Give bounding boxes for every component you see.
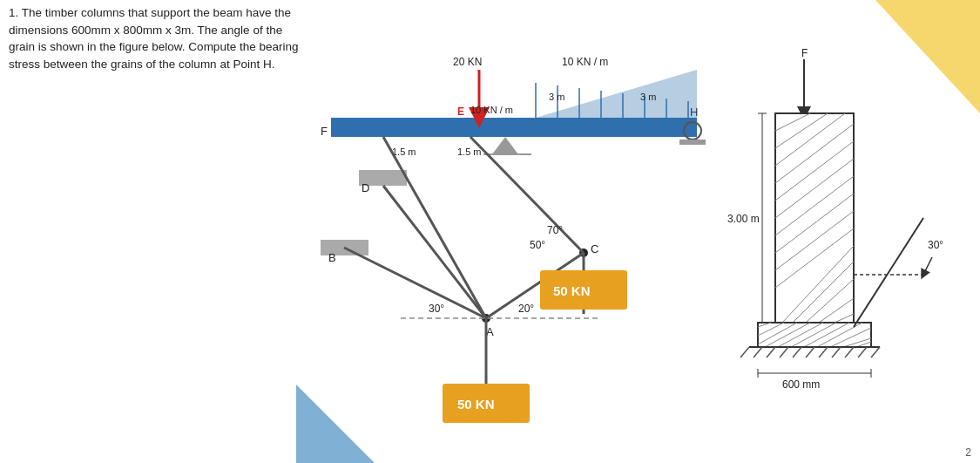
label-30-right: 30° (928, 239, 943, 251)
label-angle-50: 50° (530, 239, 545, 251)
angle-arrow (923, 257, 932, 275)
support-G (492, 137, 518, 154)
label-10knm-mid: 10 KN / m (470, 105, 513, 115)
label-600mm: 600 mm (782, 378, 820, 391)
ground-hatch-6 (806, 347, 814, 357)
ground-hatch-8 (832, 347, 841, 357)
label-angle-20: 20° (518, 303, 534, 315)
label-C: C (591, 242, 598, 255)
column-rect (775, 113, 854, 323)
beam-rect (331, 118, 697, 137)
label-15m-2: 1.5 m (457, 146, 482, 157)
ground-hatch-9 (845, 347, 854, 357)
label-3m: 3.00 m (727, 213, 760, 225)
ground-hatch-4 (780, 347, 788, 357)
diagram-area: F E G H 20 KN 10 KN / m 10 KN / m (296, 0, 980, 463)
label-B: B (328, 251, 336, 264)
label-50kn-A: 50 KN (457, 397, 495, 412)
ground-hatch-3 (767, 347, 775, 357)
member-AD (383, 186, 486, 318)
left-truss-diagram: F E G H 20 KN 10 KN / m 10 KN / m (296, 17, 758, 445)
label-angle-30: 30° (429, 303, 444, 315)
problem-statement: 1. The timber columns that support the b… (9, 6, 298, 71)
support-H-base (679, 140, 706, 145)
label-F-right: F (801, 47, 808, 59)
label-3m-1: 3 m (549, 92, 564, 102)
label-D: D (362, 181, 369, 194)
right-detail-diagram: F (723, 17, 980, 445)
ground-hatch-1 (740, 347, 749, 357)
ground-hatch-5 (793, 347, 801, 357)
label-E: E (457, 106, 464, 118)
ground-hatch-2 (754, 347, 762, 357)
page-number: 2 (965, 446, 971, 459)
label-10knm-top: 10 KN / m (562, 56, 608, 68)
label-3m-2: 3 m (640, 92, 656, 102)
page-num-text: 2 (965, 446, 971, 459)
ground-hatch-11 (871, 347, 880, 357)
label-50kn-C: 50 KN (553, 283, 591, 298)
ground-hatch-7 (819, 347, 828, 357)
label-20kn: 20 KN (453, 56, 482, 68)
label-angle-70: 70° (547, 224, 563, 236)
member-AF (383, 137, 486, 318)
label-15m-1: 1.5 m (392, 146, 416, 157)
problem-text: 1. The timber columns that support the b… (9, 4, 305, 72)
ground-hatch-10 (858, 347, 867, 357)
label-F-left: F (321, 125, 328, 138)
grain-angle-line (854, 218, 923, 327)
